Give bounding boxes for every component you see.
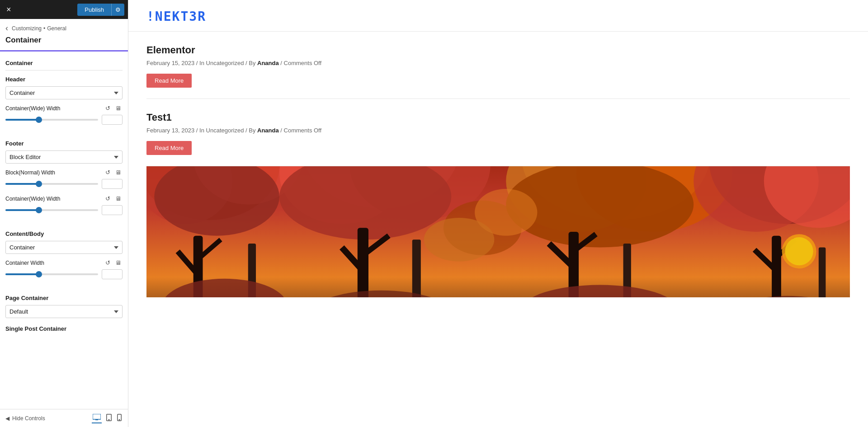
mobile-view-button[interactable] <box>116 413 123 423</box>
content-body-label: Content/Body <box>5 230 123 237</box>
header-select[interactable]: Container Block Editor Default <box>5 86 123 99</box>
header-width-icons: ↺ 🖥 <box>105 105 123 112</box>
desktop-icon-3[interactable]: 🖥 <box>115 195 123 202</box>
breadcrumb-back-button[interactable]: ‹ <box>5 23 10 33</box>
header-wide-width-label: Container(Wide) Width <box>5 105 105 112</box>
left-arrow-icon: ◀ <box>5 415 9 422</box>
footer-block-width-row: Block(Normal) Width ↺ 🖥 <box>5 169 123 176</box>
reset-icon-2[interactable]: ↺ <box>105 169 113 176</box>
content-width-icons: ↺ 🖥 <box>105 259 123 267</box>
read-more-button-2[interactable]: Read More <box>146 141 192 155</box>
post-item: Test1 February 13, 2023 / In Uncategoriz… <box>146 99 850 166</box>
footer-wide-slider-row <box>5 205 123 215</box>
tablet-view-button[interactable] <box>105 413 113 423</box>
footer-wide-width-label: Container(Wide) Width <box>5 196 105 202</box>
post-category: Uncategorized <box>206 60 244 66</box>
desktop-icon-2[interactable]: 🖥 <box>115 169 123 176</box>
panel-body: Container Header Container Block Editor … <box>0 52 128 409</box>
post-comments: / Comments Off <box>280 60 321 66</box>
footer-block-width-icons: ↺ 🖥 <box>105 169 123 176</box>
autumn-image <box>146 166 850 297</box>
breadcrumb: ‹ Customizing • General <box>0 19 128 35</box>
panel-title: Container <box>0 35 128 50</box>
reset-icon-3[interactable]: ↺ <box>105 195 113 202</box>
content-width-slider[interactable] <box>5 273 98 275</box>
read-more-button-1[interactable]: Read More <box>146 74 192 88</box>
svg-point-46 <box>424 218 495 262</box>
hide-controls-button[interactable]: ◀ Hide Controls <box>5 415 45 422</box>
svg-rect-29 <box>819 248 826 297</box>
container-section-label: Container <box>5 60 123 66</box>
footer-wide-input[interactable] <box>102 205 123 215</box>
left-panel: × Publish ⚙ ‹ Customizing • General Cont… <box>0 0 128 427</box>
post-meta: February 15, 2023 / In Uncategorized / B… <box>146 60 850 66</box>
footer-block-slider-row <box>5 179 123 189</box>
reset-icon-4[interactable]: ↺ <box>105 259 113 267</box>
publish-settings-button[interactable]: ⚙ <box>111 4 124 16</box>
svg-point-3 <box>108 419 109 420</box>
footer-label: Footer <box>5 140 123 147</box>
footer-wide-width-icons: ↺ 🖥 <box>105 195 123 202</box>
header-wide-width-input[interactable] <box>102 115 123 125</box>
page-container-select[interactable]: Default Container Block Editor <box>5 305 123 318</box>
svg-rect-1 <box>95 419 98 420</box>
publish-button[interactable]: Publish <box>77 4 111 16</box>
header-wide-width-slider-row <box>5 115 123 125</box>
page-container-label: Page Container <box>5 295 123 301</box>
preview-header: !NEKT3R <box>128 0 868 32</box>
post-author: Ananda <box>257 60 279 66</box>
single-post-container-label: Single Post Container <box>5 325 123 332</box>
header-wide-width-slider[interactable] <box>5 119 98 121</box>
footer-block-slider[interactable] <box>5 183 98 185</box>
reset-icon[interactable]: ↺ <box>105 105 113 112</box>
header-label: Header <box>5 76 123 83</box>
publish-btn-group: Publish ⚙ <box>77 4 124 16</box>
post-comments-2: / Comments Off <box>280 127 321 134</box>
post-date: February 15, 2023 <box>146 60 194 66</box>
breadcrumb-path: Customizing <box>12 25 42 32</box>
content-width-input[interactable] <box>102 269 123 279</box>
view-icons <box>92 413 123 423</box>
content-body-select[interactable]: Container Block Editor Default <box>5 241 123 254</box>
footer-block-input[interactable] <box>102 179 123 189</box>
close-button[interactable]: × <box>4 3 14 16</box>
breadcrumb-separator: • <box>43 25 45 32</box>
post-title: Elementor <box>146 44 850 56</box>
content-width-slider-row <box>5 269 123 279</box>
header-wide-width-row: Container(Wide) Width ↺ 🖥 <box>5 105 123 112</box>
svg-rect-25 <box>412 239 421 297</box>
footer-wide-width-row: Container(Wide) Width ↺ 🖥 <box>5 195 123 202</box>
post-item: Elementor February 15, 2023 / In Uncateg… <box>146 32 850 99</box>
site-logo: !NEKT3R <box>146 9 850 24</box>
footer-wide-slider[interactable] <box>5 209 98 211</box>
post-author-2: Ananda <box>257 127 279 134</box>
footer-select[interactable]: Container Block Editor Default <box>5 150 123 164</box>
right-preview: !NEKT3R Elementor February 15, 2023 / In… <box>128 0 868 427</box>
post-date-2: February 13, 2023 <box>146 127 194 134</box>
desktop-icon[interactable]: 🖥 <box>115 105 123 112</box>
content-width-row: Container Width ↺ 🖥 <box>5 259 123 267</box>
svg-rect-0 <box>93 414 101 419</box>
footer-block-width-label: Block(Normal) Width <box>5 169 105 176</box>
post-list: Elementor February 15, 2023 / In Uncateg… <box>128 32 868 297</box>
top-bar: × Publish ⚙ <box>0 0 128 19</box>
post-category-2: Uncategorized <box>206 127 244 134</box>
svg-point-43 <box>785 237 813 265</box>
svg-point-5 <box>119 419 120 420</box>
bottom-controls: ◀ Hide Controls <box>0 409 128 427</box>
hide-controls-label: Hide Controls <box>12 415 45 422</box>
desktop-icon-4[interactable]: 🖥 <box>115 259 123 267</box>
breadcrumb-current: General <box>47 25 66 32</box>
content-width-label: Container Width <box>5 260 105 266</box>
post-image-item <box>146 166 850 297</box>
desktop-view-button[interactable] <box>92 413 102 423</box>
post-meta-2: February 13, 2023 / In Uncategorized / B… <box>146 127 850 134</box>
post-title-2: Test1 <box>146 112 850 123</box>
